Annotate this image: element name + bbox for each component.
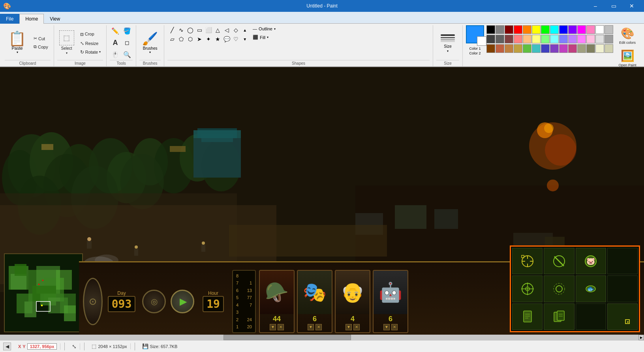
- unit-close-3[interactable]: ✕: [391, 324, 398, 330]
- paste-button[interactable]: 📋 Paste ▾: [5, 30, 30, 56]
- swatch-10[interactable]: [577, 25, 586, 34]
- maximize-button[interactable]: ▭: [605, 0, 623, 12]
- minimap[interactable]: [4, 253, 83, 332]
- swatch-13[interactable]: [605, 25, 613, 34]
- shape-diamond[interactable]: ◇: [231, 25, 240, 35]
- edit-colors-button[interactable]: 🎨 Edit colors: [616, 25, 639, 46]
- shapes-scroll-up[interactable]: ▲: [240, 25, 250, 35]
- swatch-18[interactable]: [523, 35, 531, 43]
- swatch-21[interactable]: [550, 35, 559, 43]
- shapes-scroll-dn[interactable]: ▼: [240, 34, 250, 44]
- shape-rect[interactable]: ▭: [195, 25, 204, 35]
- canvas-area[interactable]: ⊙ Day 093 ◎ ▶ Hour 19: [0, 67, 644, 340]
- swatch-19[interactable]: [532, 35, 541, 43]
- skill-btn-2[interactable]: 🐷: [576, 248, 606, 274]
- swatch-2[interactable]: [505, 25, 513, 34]
- canvas-image[interactable]: ⊙ Day 093 ◎ ▶ Hour 19: [0, 67, 644, 340]
- swatch-22[interactable]: [559, 35, 568, 43]
- swatch-40[interactable]: [595, 44, 604, 53]
- skill-btn-5[interactable]: [544, 275, 574, 302]
- swatch-1[interactable]: [496, 25, 504, 34]
- swatch-4[interactable]: [523, 25, 531, 34]
- shape-pentagon[interactable]: ⬠: [176, 34, 186, 44]
- swatch-24[interactable]: [577, 35, 586, 43]
- copy-button[interactable]: ⧉ Copy: [31, 43, 51, 51]
- shape-ellipse[interactable]: ◯: [186, 25, 195, 35]
- skill-btn-1[interactable]: [544, 248, 574, 274]
- resize-button[interactable]: ⤡ Resize: [78, 39, 103, 47]
- rotate-button[interactable]: ↻ Rotate ▾: [78, 48, 103, 56]
- swatch-27[interactable]: [605, 35, 613, 43]
- shape-parallelogram[interactable]: ▱: [167, 34, 177, 44]
- shape-rtriangle[interactable]: ◁: [222, 25, 231, 35]
- unit-card-0[interactable]: 🪖 44 ▼ ✕: [259, 270, 295, 333]
- swatch-35[interactable]: [550, 44, 559, 53]
- color1-box[interactable]: [466, 25, 484, 43]
- select-button[interactable]: ⬚ Select ▾: [57, 28, 76, 57]
- pencil-tool[interactable]: ✏️: [110, 25, 121, 36]
- unit-down-3[interactable]: ▼: [383, 324, 390, 330]
- tab-view[interactable]: View: [44, 14, 66, 24]
- shape-roundrect[interactable]: ⬜: [204, 25, 213, 35]
- outline-button[interactable]: — Outline ▾: [250, 25, 282, 32]
- shape-curve[interactable]: ∿: [176, 25, 186, 35]
- skill-btn-10[interactable]: [576, 303, 606, 330]
- unit-close-0[interactable]: ✕: [278, 324, 284, 330]
- swatch-36[interactable]: [559, 44, 568, 53]
- swatch-30[interactable]: [505, 44, 513, 53]
- size-button[interactable]: Size ▾: [436, 31, 459, 54]
- eyedropper-tool[interactable]: 🖱️: [110, 49, 121, 60]
- unit-close-1[interactable]: ✕: [315, 324, 322, 330]
- skills-panel[interactable]: 🐷: [510, 245, 640, 332]
- skill-btn-11[interactable]: [607, 303, 638, 330]
- unit-card-3[interactable]: 🤖 6 ▼ ✕: [373, 270, 408, 333]
- scrollbar-track[interactable]: [0, 335, 638, 340]
- swatch-39[interactable]: [586, 44, 595, 53]
- swatch-5[interactable]: [532, 25, 541, 34]
- canvas-scrollbar[interactable]: ▶: [0, 335, 644, 340]
- skill-btn-7[interactable]: [607, 275, 638, 302]
- swatch-28[interactable]: [486, 44, 495, 53]
- swatch-26[interactable]: [595, 35, 604, 43]
- fill-tool[interactable]: 🪣: [122, 25, 133, 36]
- swatch-32[interactable]: [523, 44, 531, 53]
- swatch-34[interactable]: [541, 44, 550, 53]
- cut-button[interactable]: ✂ Cut: [31, 35, 51, 42]
- unit-card-1[interactable]: 🎭 6 ▼ ✕: [297, 270, 332, 333]
- shape-rArrow[interactable]: ➤: [195, 34, 204, 44]
- scroll-right-btn[interactable]: ▶: [638, 335, 644, 340]
- swatch-33[interactable]: [532, 44, 541, 53]
- minimize-button[interactable]: –: [586, 0, 605, 12]
- swatch-3[interactable]: [514, 25, 522, 34]
- swatch-11[interactable]: [586, 25, 595, 34]
- swatch-25[interactable]: [586, 35, 595, 43]
- swatch-17[interactable]: [514, 35, 522, 43]
- swatch-38[interactable]: [577, 44, 586, 53]
- swatch-12[interactable]: [595, 25, 604, 34]
- swatch-0[interactable]: [486, 25, 495, 34]
- eraser-tool[interactable]: ◻: [122, 37, 133, 48]
- swatch-7[interactable]: [550, 25, 559, 34]
- unit-card-2[interactable]: 👴 4 ▼ ✕: [335, 270, 370, 333]
- shape-star4[interactable]: ✦: [204, 34, 213, 44]
- shape-triangle[interactable]: △: [213, 25, 222, 35]
- swatch-41[interactable]: [605, 44, 613, 53]
- swatch-8[interactable]: [559, 25, 568, 34]
- skill-btn-0[interactable]: [512, 248, 543, 274]
- unit-down-2[interactable]: ▼: [345, 324, 352, 330]
- swatch-6[interactable]: [541, 25, 550, 34]
- brushes-button[interactable]: 🖌️ Brushes ▾: [139, 29, 161, 56]
- swatch-14[interactable]: [486, 35, 495, 43]
- nav-left-btn[interactable]: ◀: [3, 343, 11, 350]
- skill-btn-8[interactable]: [512, 303, 543, 330]
- magnifier-tool[interactable]: 🔍: [122, 49, 133, 60]
- swatch-37[interactable]: [568, 44, 577, 53]
- swatch-16[interactable]: [505, 35, 513, 43]
- unit-close-2[interactable]: ✕: [353, 324, 360, 330]
- fill-button[interactable]: ⬛ Fill ▾: [250, 34, 282, 41]
- unit-down-0[interactable]: ▼: [270, 324, 276, 330]
- swatch-15[interactable]: [496, 35, 504, 43]
- shape-heart[interactable]: ♡: [231, 34, 240, 44]
- swatch-31[interactable]: [514, 44, 522, 53]
- shape-star5[interactable]: ★: [213, 34, 222, 44]
